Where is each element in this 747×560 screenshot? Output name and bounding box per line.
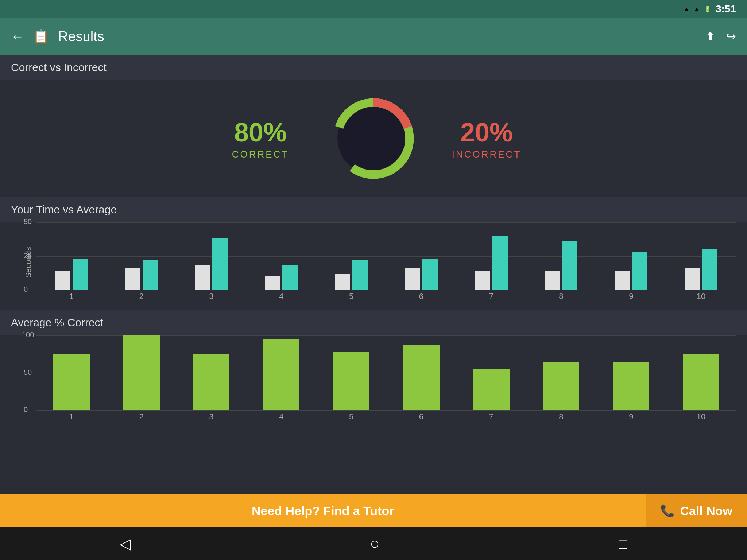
time-x-label: 6 xyxy=(405,292,438,301)
results-icon: 📋 xyxy=(33,29,49,44)
avg-x-label: 10 xyxy=(683,412,719,421)
correct-label: CORRECT xyxy=(209,149,311,160)
avg-x-label: 2 xyxy=(123,412,160,421)
your-time-bar xyxy=(545,271,560,290)
avg-correct-bar xyxy=(123,335,160,410)
avg-time-bar xyxy=(492,236,508,290)
time-x-label: 5 xyxy=(335,292,368,301)
app-bar-actions: ⬆ ↪ xyxy=(705,30,736,43)
avg-x-label: 5 xyxy=(333,412,369,421)
time-chart-section: Seconds 50 25 0 12345678910 xyxy=(0,222,747,310)
avg-y-0: 0 xyxy=(24,405,28,414)
y-25: 25 xyxy=(24,252,32,260)
time-x-label: 8 xyxy=(545,292,577,301)
avg-y-100: 100 xyxy=(22,331,34,339)
time-bar-group xyxy=(125,260,158,290)
avg-correct-bar xyxy=(403,345,440,410)
your-time-bar xyxy=(125,268,140,290)
correct-percentage: 80% xyxy=(209,117,311,147)
avg-time-bar xyxy=(282,265,298,290)
avg-correct-bar xyxy=(263,339,299,410)
avg-time-bar xyxy=(73,259,88,290)
time-bar-group xyxy=(335,260,368,290)
avg-time-bar xyxy=(212,238,228,290)
correct-vs-incorrect-header: Correct vs Incorrect xyxy=(0,55,747,80)
help-text: Need Help? Find a Tutor xyxy=(0,504,646,518)
correct-label-group: 80% CORRECT xyxy=(209,117,311,160)
avg-correct-bar xyxy=(683,354,719,410)
time-bar-group xyxy=(545,241,577,290)
avg-time-bar xyxy=(702,249,717,290)
avg-x-label: 4 xyxy=(263,412,299,421)
status-bar: ▲ ▲ 🔋 3:51 xyxy=(0,0,747,18)
your-time-bar xyxy=(55,271,70,290)
avg-x-label: 7 xyxy=(473,412,510,421)
wifi-icon: ▲ xyxy=(684,6,689,12)
avg-bars xyxy=(36,335,736,410)
page-title: Results xyxy=(58,29,697,44)
avg-time-bar xyxy=(562,241,577,290)
avg-y-50: 50 xyxy=(24,368,32,377)
nav-home-button[interactable]: ○ xyxy=(370,534,380,553)
time-bar-group xyxy=(475,236,508,290)
svg-point-3 xyxy=(346,111,401,166)
your-time-bar xyxy=(615,271,630,290)
back-button[interactable]: ← xyxy=(11,29,24,44)
phone-icon: 📞 xyxy=(660,504,675,518)
avg-x-label: 3 xyxy=(193,412,229,421)
avg-correct-bar xyxy=(543,362,579,410)
time-x-label: 10 xyxy=(685,292,717,301)
incorrect-percentage: 20% xyxy=(436,117,538,147)
bottom-banner: Need Help? Find a Tutor 📞 Call Now xyxy=(0,494,747,527)
time-bar-group xyxy=(55,259,88,290)
time-chart-header: Your Time vs Average xyxy=(0,197,747,222)
signal-icon: ▲ xyxy=(694,6,700,12)
y-0: 0 xyxy=(24,285,28,293)
nav-back-button[interactable]: ◁ xyxy=(120,535,131,552)
time-bar-group xyxy=(265,265,298,290)
incorrect-label: INCORRECT xyxy=(436,149,538,160)
your-time-bar xyxy=(335,274,350,290)
avg-correct-header: Average % Correct xyxy=(0,310,747,335)
avg-time-bar xyxy=(143,260,158,290)
avg-x-labels: 12345678910 xyxy=(36,412,736,421)
nav-bar: ◁ ○ □ xyxy=(0,527,747,560)
avg-correct-bar xyxy=(613,362,649,410)
time-x-label: 9 xyxy=(615,292,647,301)
your-time-bar xyxy=(475,271,490,290)
avg-time-bar xyxy=(632,252,647,290)
share-button[interactable]: ⬆ xyxy=(705,30,715,43)
app-bar: ← 📋 Results ⬆ ↪ xyxy=(0,18,747,55)
avg-x-label: 6 xyxy=(403,412,440,421)
y-50: 50 xyxy=(24,218,32,226)
time-x-label: 1 xyxy=(55,292,88,301)
time-x-label: 4 xyxy=(265,292,298,301)
your-time-bar xyxy=(685,268,700,290)
call-now-label: Call Now xyxy=(680,504,732,518)
time-bar-group xyxy=(685,249,717,290)
time-bar-group xyxy=(615,252,647,290)
time-bars xyxy=(36,222,736,290)
time-bar-group xyxy=(405,259,438,290)
avg-x-label: 8 xyxy=(543,412,579,421)
avg-correct-bar xyxy=(473,369,510,410)
status-icons: ▲ ▲ 🔋 3:51 xyxy=(684,3,736,15)
donut-chart xyxy=(326,91,421,186)
call-now-button[interactable]: 📞 Call Now xyxy=(646,494,747,527)
avg-correct-bar xyxy=(193,354,229,410)
time-x-label: 7 xyxy=(475,292,508,301)
avg-time-bar xyxy=(422,259,438,290)
donut-section: 80% CORRECT 20% INCORRECT xyxy=(0,80,747,197)
time-x-label: 2 xyxy=(125,292,158,301)
avg-correct-bar xyxy=(333,352,369,410)
forward-button[interactable]: ↪ xyxy=(726,30,736,43)
incorrect-label-group: 20% INCORRECT xyxy=(436,117,538,160)
nav-recent-button[interactable]: □ xyxy=(619,536,627,552)
avg-correct-bar xyxy=(53,354,90,410)
battery-icon: 🔋 xyxy=(704,6,711,13)
time-bar-group xyxy=(195,238,228,290)
time-x-labels: 12345678910 xyxy=(36,292,736,301)
your-time-bar xyxy=(195,265,210,290)
your-time-bar xyxy=(405,268,420,290)
avg-x-label: 9 xyxy=(613,412,649,421)
